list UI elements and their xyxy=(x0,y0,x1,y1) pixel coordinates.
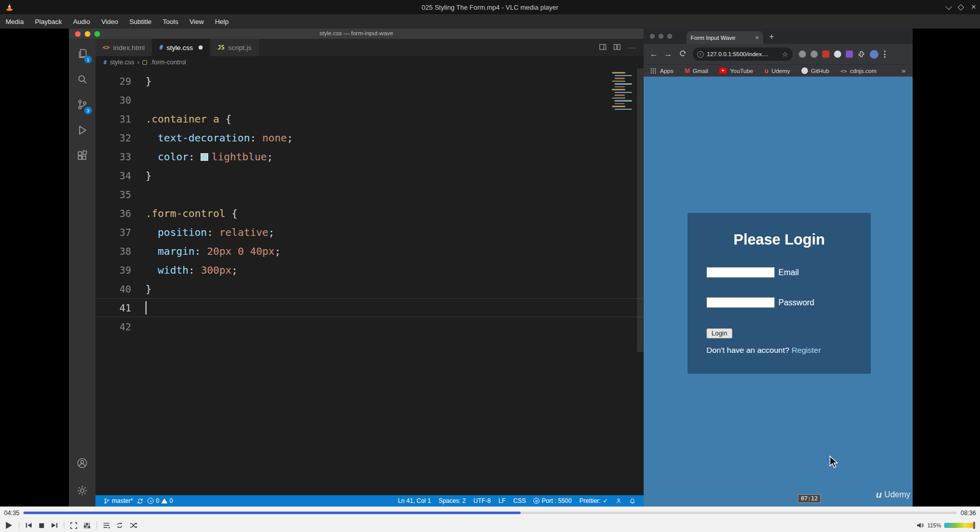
volume-slider[interactable] xyxy=(944,523,976,528)
code-line[interactable]: 31.container a { xyxy=(95,109,644,128)
code-line[interactable]: 32 text-decoration: none; xyxy=(95,128,644,147)
bookmark-star-icon[interactable]: ☆ xyxy=(782,51,788,58)
problems-indicator[interactable]: × 0 0 xyxy=(148,497,173,504)
account-icon[interactable] xyxy=(69,450,95,476)
chrome-zoom-traffic-light[interactable] xyxy=(667,34,672,39)
new-tab-icon[interactable]: + xyxy=(769,33,774,41)
fullscreen-button[interactable] xyxy=(70,522,78,529)
video-frame[interactable]: style.css — form-input-wave 1 3 xyxy=(0,29,980,506)
site-info-icon[interactable]: i xyxy=(697,51,704,58)
menu-item-tools[interactable]: Tools xyxy=(157,14,184,29)
extensions-puzzle-icon[interactable] xyxy=(857,51,865,58)
code-line[interactable]: 37 position: relative; xyxy=(95,223,644,241)
bookmark-udemy[interactable]: uUdemy xyxy=(764,67,790,75)
tab-index-html[interactable]: <>index.html xyxy=(95,39,152,56)
eol[interactable]: LF xyxy=(499,497,506,504)
chrome-menu-icon[interactable] xyxy=(884,51,886,58)
menu-item-view[interactable]: View xyxy=(184,14,209,29)
tab-close-icon[interactable]: × xyxy=(755,34,759,41)
bookmark-youtube[interactable]: YouTube xyxy=(719,68,753,74)
previous-button[interactable] xyxy=(25,522,33,529)
toggle-layout-icon[interactable] xyxy=(599,43,606,52)
search-icon[interactable] xyxy=(69,66,95,92)
explorer-icon[interactable]: 1 xyxy=(69,41,95,66)
code-line[interactable]: 41 xyxy=(95,298,644,317)
code-line[interactable]: 30 xyxy=(95,90,644,109)
live-share-icon[interactable] xyxy=(616,498,622,504)
menu-item-subtitle[interactable]: Subtitle xyxy=(124,14,157,29)
code-line[interactable]: 36.form-control { xyxy=(95,204,644,223)
profile-avatar[interactable] xyxy=(870,50,878,59)
color-swatch[interactable] xyxy=(201,153,208,161)
editor-scrollbar[interactable] xyxy=(637,68,644,352)
source-control-icon[interactable]: 3 xyxy=(69,92,95,117)
register-link[interactable]: Register xyxy=(792,346,821,354)
prettier-status[interactable]: Prettier: ✓ xyxy=(579,497,608,504)
password-input[interactable] xyxy=(706,297,775,308)
code-line[interactable]: 38 margin: 20px 0 40px; xyxy=(95,241,644,260)
chrome-close-traffic-light[interactable] xyxy=(650,34,655,39)
menu-item-playback[interactable]: Playback xyxy=(29,14,67,29)
minimize-icon[interactable] xyxy=(945,3,952,10)
email-input[interactable] xyxy=(706,267,775,278)
reload-icon[interactable] xyxy=(677,50,688,59)
shuffle-button[interactable] xyxy=(129,522,137,529)
encoding[interactable]: UTF-8 xyxy=(474,497,491,504)
code-line[interactable]: 39 width: 300px; xyxy=(95,260,644,279)
address-bar[interactable]: i 127.0.0.1:5500/index.... ☆ xyxy=(693,47,793,61)
tab-script-js[interactable]: JSscript.js xyxy=(210,39,259,56)
play-button[interactable] xyxy=(4,521,13,530)
modified-dot-icon[interactable] xyxy=(199,45,203,50)
bookmark-cdnjs-com[interactable]: <>cdnjs.com xyxy=(841,68,876,74)
language-mode[interactable]: CSS xyxy=(513,497,526,504)
maximize-icon[interactable] xyxy=(958,4,964,11)
bookmark-gmail[interactable]: MGmail xyxy=(684,67,708,75)
code-line[interactable]: 42 xyxy=(95,317,644,336)
git-branch-indicator[interactable]: master* xyxy=(104,497,133,504)
menu-item-help[interactable]: Help xyxy=(209,14,234,29)
more-actions-icon[interactable]: ··· xyxy=(628,43,636,52)
menu-item-audio[interactable]: Audio xyxy=(67,14,95,29)
seek-bar[interactable] xyxy=(23,512,957,514)
close-icon[interactable]: × xyxy=(971,3,976,11)
back-icon[interactable]: ← xyxy=(649,50,659,59)
chrome-minimize-traffic-light[interactable] xyxy=(658,34,664,39)
extension-icon-2[interactable] xyxy=(811,51,818,58)
indentation[interactable]: Spaces: 2 xyxy=(438,497,465,504)
sync-indicator[interactable] xyxy=(137,498,143,504)
minimap[interactable] xyxy=(612,70,635,109)
code-line[interactable]: 33 color: lightblue; xyxy=(95,147,644,166)
split-editor-icon[interactable] xyxy=(614,43,621,52)
url-text[interactable]: 127.0.0.1:5500/index.... xyxy=(707,51,779,57)
notifications-bell-icon[interactable] xyxy=(629,498,635,504)
bookmarks-overflow-icon[interactable]: » xyxy=(902,67,905,75)
volume-speaker-icon[interactable] xyxy=(916,522,924,529)
forward-icon[interactable]: → xyxy=(663,50,673,59)
run-debug-icon[interactable] xyxy=(69,117,95,143)
extension-icon-3[interactable] xyxy=(822,51,829,58)
bookmark-github[interactable]: GitHub xyxy=(801,67,829,74)
loop-button[interactable] xyxy=(116,522,124,529)
tab-style-css[interactable]: #style.css xyxy=(152,39,210,56)
code-line[interactable]: 35 xyxy=(95,185,644,204)
code-line[interactable]: 34} xyxy=(95,166,644,185)
extension-icon-1[interactable] xyxy=(799,51,806,58)
browser-tab[interactable]: Form Input Wave × xyxy=(687,31,763,44)
menu-item-video[interactable]: Video xyxy=(95,14,124,29)
login-button[interactable]: Login xyxy=(706,328,732,338)
menu-item-media[interactable]: Media xyxy=(0,14,29,29)
volume-handle[interactable] xyxy=(973,522,975,529)
live-server-port[interactable]: ⊘ Port : 5500 xyxy=(533,497,572,504)
stop-button[interactable] xyxy=(38,522,45,529)
extended-settings-button[interactable] xyxy=(83,522,91,529)
code-line[interactable]: 29} xyxy=(95,71,644,90)
playlist-button[interactable] xyxy=(103,522,110,529)
cursor-position[interactable]: Ln 41, Col 1 xyxy=(398,497,431,504)
breadcrumb-symbol[interactable]: .form-control xyxy=(150,59,186,66)
bookmark-apps[interactable]: Apps xyxy=(651,68,673,74)
extensions-icon[interactable] xyxy=(69,143,95,168)
code-line[interactable]: 40} xyxy=(95,279,644,298)
extension-icon-4[interactable] xyxy=(834,51,841,58)
extension-icon-5[interactable] xyxy=(846,51,853,58)
breadcrumb[interactable]: # style.css › .form-control xyxy=(95,56,644,68)
